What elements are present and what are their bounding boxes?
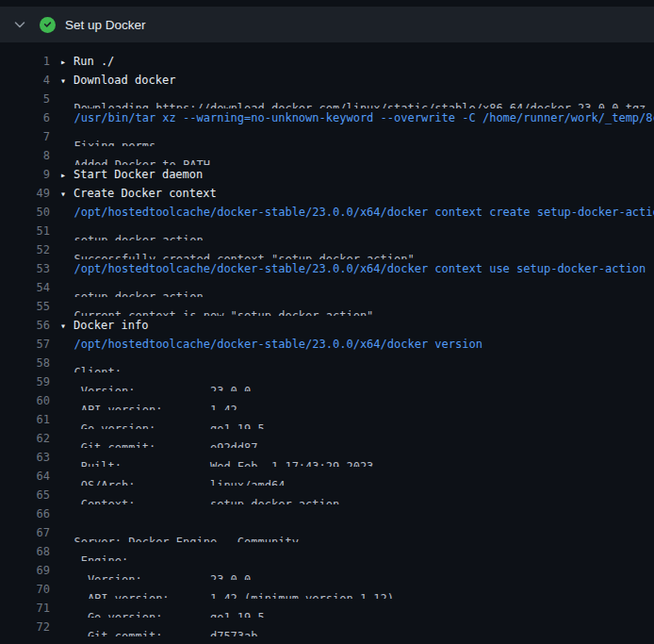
line-number[interactable]: 69: [0, 561, 50, 580]
log-group-row[interactable]: 56▾Docker info: [0, 316, 654, 335]
log-text: Added Docker to PATH: [60, 146, 210, 165]
line-number[interactable]: 8: [0, 146, 50, 165]
log-line: 63 Built: Wed Feb 1 17:43:29 2023: [0, 448, 654, 467]
log-text: Server: Docker Engine - Community: [60, 523, 299, 542]
log-text: API version: 1.42: [60, 391, 237, 410]
step-title: Set up Docker: [65, 18, 146, 32]
line-number[interactable]: 62: [0, 429, 50, 448]
log-line: 53 /opt/hostedtoolcache/docker-stable/23…: [0, 259, 654, 278]
line-number[interactable]: 60: [0, 391, 50, 410]
log-line: 66: [0, 504, 654, 523]
line-number[interactable]: 7: [0, 127, 50, 146]
log-line: 67 Server: Docker Engine - Community: [0, 523, 654, 542]
line-number[interactable]: 55: [0, 297, 50, 316]
log-text: Current context is now "setup-docker-act…: [60, 297, 373, 316]
line-number[interactable]: 66: [0, 504, 50, 523]
line-number[interactable]: 71: [0, 599, 50, 618]
log-text: /opt/hostedtoolcache/docker-stable/23.0.…: [60, 259, 646, 278]
log-group-row[interactable]: 49▾Create Docker context: [0, 184, 654, 203]
log-text-segment: Downloading: [60, 102, 155, 108]
group-title[interactable]: ▸Start Docker daemon: [60, 165, 203, 184]
line-number[interactable]: 68: [0, 542, 50, 561]
triangle-collapsed-icon: ▸: [60, 166, 74, 184]
log-link[interactable]: https://download.docker.com/linux/static…: [155, 102, 646, 108]
log-text: Fixing perms: [60, 127, 155, 146]
log-line: 57 /opt/hostedtoolcache/docker-stable/23…: [0, 335, 654, 354]
log-text: Version: 23.0.0: [60, 561, 251, 580]
log-line: 50 /opt/hostedtoolcache/docker-stable/23…: [0, 203, 654, 222]
log-line: 6 /usr/bin/tar xz --warning=no-unknown-k…: [0, 108, 654, 127]
log-line: 72 Git commit: d7573ab: [0, 618, 654, 636]
line-number[interactable]: 64: [0, 467, 50, 486]
log-line: 68 Engine:: [0, 542, 654, 561]
line-number[interactable]: 52: [0, 240, 50, 259]
log-text: Git commit: d7573ab: [60, 618, 258, 636]
log-text: Go version: go1.19.5: [60, 599, 265, 618]
line-number[interactable]: 57: [0, 335, 50, 354]
log-text: /opt/hostedtoolcache/docker-stable/23.0.…: [60, 203, 654, 222]
triangle-collapsed-icon: ▸: [60, 53, 74, 71]
log-line: 55 Current context is now "setup-docker-…: [0, 297, 654, 316]
log-text: API version: 1.42 (minimum version 1.12): [60, 580, 394, 599]
log-group-row[interactable]: 4▾Download docker: [0, 71, 654, 90]
log-text: setup-docker-action: [60, 222, 204, 240]
line-number[interactable]: 72: [0, 618, 50, 636]
line-number[interactable]: 59: [0, 372, 50, 391]
log-text: Go version: go1.19.5: [60, 410, 265, 429]
group-title-label: Start Docker daemon: [74, 168, 203, 181]
log-group-row[interactable]: 1▸Run ./: [0, 52, 654, 71]
log-text: /opt/hostedtoolcache/docker-stable/23.0.…: [60, 335, 482, 354]
line-number[interactable]: 67: [0, 523, 50, 542]
log-text: OS/Arch: linux/amd64: [60, 467, 285, 486]
line-number[interactable]: 49: [0, 184, 50, 203]
line-number[interactable]: 65: [0, 486, 50, 504]
line-number[interactable]: 4: [0, 71, 50, 90]
log-text: Engine:: [60, 542, 128, 561]
log-line: 61 Go version: go1.19.5: [0, 410, 654, 429]
group-title-label: Run ./: [74, 55, 114, 68]
log-text: Version: 23.0.0: [60, 372, 251, 391]
group-title-label: Docker info: [74, 319, 148, 332]
step-header[interactable]: Set up Docker: [0, 7, 654, 42]
line-number[interactable]: 53: [0, 259, 50, 278]
line-number[interactable]: 50: [0, 203, 50, 222]
group-title-label: Create Docker context: [74, 187, 217, 200]
line-number[interactable]: 9: [0, 165, 50, 184]
group-title[interactable]: ▾Create Docker context: [60, 184, 217, 203]
actions-log-viewer: Set up Docker 1▸Run ./4▾Download docker5…: [0, 0, 654, 644]
line-number[interactable]: 58: [0, 354, 50, 372]
line-number[interactable]: 70: [0, 580, 50, 599]
log-group-row[interactable]: 9▸Start Docker daemon: [0, 165, 654, 184]
log-text: Context: setup-docker-action: [60, 486, 339, 504]
triangle-expanded-icon: ▾: [60, 317, 74, 335]
line-number[interactable]: 63: [0, 448, 50, 467]
group-title[interactable]: ▾Download docker: [60, 71, 175, 90]
log-text: Client:: [60, 354, 122, 372]
chevron-down-icon[interactable]: [12, 17, 27, 32]
line-number[interactable]: 6: [0, 108, 50, 127]
log-line: 70 API version: 1.42 (minimum version 1.…: [0, 580, 654, 599]
line-number[interactable]: 56: [0, 316, 50, 335]
line-number[interactable]: 61: [0, 410, 50, 429]
log-text: Downloading https://download.docker.com/…: [60, 90, 646, 108]
log-line: 51 setup-docker-action: [0, 222, 654, 240]
line-number[interactable]: 54: [0, 278, 50, 297]
log-line: 54 setup-docker-action: [0, 278, 654, 297]
log-line: 58 Client:: [0, 354, 654, 372]
check-circle-icon: [40, 17, 56, 33]
triangle-expanded-icon: ▾: [60, 72, 74, 90]
log-line: 65 Context: setup-docker-action: [0, 486, 654, 504]
log-console: 1▸Run ./4▾Download docker5 Downloading h…: [0, 42, 654, 636]
group-title[interactable]: ▾Docker info: [60, 316, 148, 335]
triangle-expanded-icon: ▾: [60, 185, 74, 203]
line-number[interactable]: 5: [0, 90, 50, 108]
log-line: 8 Added Docker to PATH: [0, 146, 654, 165]
log-line: 5 Downloading https://download.docker.co…: [0, 90, 654, 108]
log-text: Built: Wed Feb 1 17:43:29 2023: [60, 448, 373, 467]
log-line: 62 Git commit: e92dd87: [0, 429, 654, 448]
log-text: Successfully created context "setup-dock…: [60, 240, 415, 259]
log-line: 7 Fixing perms: [0, 127, 654, 146]
group-title[interactable]: ▸Run ./: [60, 52, 114, 71]
line-number[interactable]: 51: [0, 222, 50, 240]
line-number[interactable]: 1: [0, 52, 50, 71]
